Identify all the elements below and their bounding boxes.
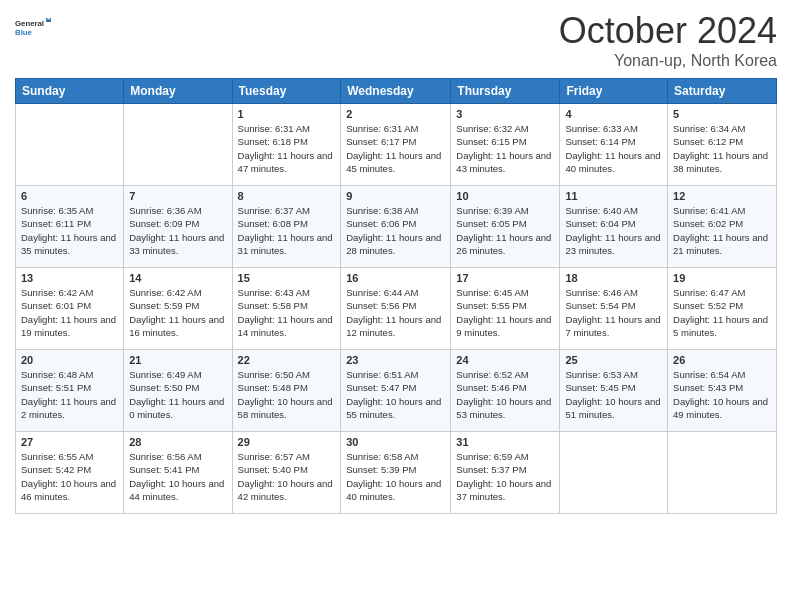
calendar-cell-2-0: 13Sunrise: 6:42 AMSunset: 6:01 PMDayligh…: [16, 268, 124, 350]
day-info: Sunrise: 6:41 AMSunset: 6:02 PMDaylight:…: [673, 204, 771, 257]
calendar-cell-2-5: 18Sunrise: 6:46 AMSunset: 5:54 PMDayligh…: [560, 268, 668, 350]
day-info: Sunrise: 6:44 AMSunset: 5:56 PMDaylight:…: [346, 286, 445, 339]
day-info: Sunrise: 6:53 AMSunset: 5:45 PMDaylight:…: [565, 368, 662, 421]
calendar-cell-4-3: 30Sunrise: 6:58 AMSunset: 5:39 PMDayligh…: [341, 432, 451, 514]
day-number: 27: [21, 436, 118, 448]
day-info: Sunrise: 6:48 AMSunset: 5:51 PMDaylight:…: [21, 368, 118, 421]
day-number: 25: [565, 354, 662, 366]
svg-text:Blue: Blue: [15, 28, 33, 37]
calendar-cell-1-4: 10Sunrise: 6:39 AMSunset: 6:05 PMDayligh…: [451, 186, 560, 268]
week-row-4: 27Sunrise: 6:55 AMSunset: 5:42 PMDayligh…: [16, 432, 777, 514]
day-info: Sunrise: 6:54 AMSunset: 5:43 PMDaylight:…: [673, 368, 771, 421]
day-info: Sunrise: 6:37 AMSunset: 6:08 PMDaylight:…: [238, 204, 336, 257]
day-number: 14: [129, 272, 226, 284]
day-info: Sunrise: 6:51 AMSunset: 5:47 PMDaylight:…: [346, 368, 445, 421]
day-number: 20: [21, 354, 118, 366]
calendar-cell-3-2: 22Sunrise: 6:50 AMSunset: 5:48 PMDayligh…: [232, 350, 341, 432]
day-info: Sunrise: 6:47 AMSunset: 5:52 PMDaylight:…: [673, 286, 771, 339]
day-number: 12: [673, 190, 771, 202]
day-info: Sunrise: 6:57 AMSunset: 5:40 PMDaylight:…: [238, 450, 336, 503]
day-number: 21: [129, 354, 226, 366]
day-number: 10: [456, 190, 554, 202]
day-number: 5: [673, 108, 771, 120]
day-info: Sunrise: 6:50 AMSunset: 5:48 PMDaylight:…: [238, 368, 336, 421]
page: General Blue October 2024 Yonan-up, Nort…: [0, 0, 792, 612]
day-info: Sunrise: 6:56 AMSunset: 5:41 PMDaylight:…: [129, 450, 226, 503]
logo-svg: General Blue: [15, 10, 51, 46]
day-info: Sunrise: 6:39 AMSunset: 6:05 PMDaylight:…: [456, 204, 554, 257]
header-wednesday: Wednesday: [341, 79, 451, 104]
header-thursday: Thursday: [451, 79, 560, 104]
week-row-1: 6Sunrise: 6:35 AMSunset: 6:11 PMDaylight…: [16, 186, 777, 268]
day-info: Sunrise: 6:59 AMSunset: 5:37 PMDaylight:…: [456, 450, 554, 503]
calendar-cell-1-1: 7Sunrise: 6:36 AMSunset: 6:09 PMDaylight…: [124, 186, 232, 268]
calendar-cell-0-5: 4Sunrise: 6:33 AMSunset: 6:14 PMDaylight…: [560, 104, 668, 186]
day-number: 23: [346, 354, 445, 366]
week-row-2: 13Sunrise: 6:42 AMSunset: 6:01 PMDayligh…: [16, 268, 777, 350]
calendar-cell-0-6: 5Sunrise: 6:34 AMSunset: 6:12 PMDaylight…: [668, 104, 777, 186]
header-saturday: Saturday: [668, 79, 777, 104]
header: General Blue October 2024 Yonan-up, Nort…: [15, 10, 777, 70]
header-friday: Friday: [560, 79, 668, 104]
calendar-cell-0-2: 1Sunrise: 6:31 AMSunset: 6:18 PMDaylight…: [232, 104, 341, 186]
day-number: 18: [565, 272, 662, 284]
day-info: Sunrise: 6:32 AMSunset: 6:15 PMDaylight:…: [456, 122, 554, 175]
day-number: 19: [673, 272, 771, 284]
day-number: 30: [346, 436, 445, 448]
day-number: 29: [238, 436, 336, 448]
day-info: Sunrise: 6:34 AMSunset: 6:12 PMDaylight:…: [673, 122, 771, 175]
day-number: 8: [238, 190, 336, 202]
calendar-cell-4-4: 31Sunrise: 6:59 AMSunset: 5:37 PMDayligh…: [451, 432, 560, 514]
calendar-cell-2-1: 14Sunrise: 6:42 AMSunset: 5:59 PMDayligh…: [124, 268, 232, 350]
day-info: Sunrise: 6:58 AMSunset: 5:39 PMDaylight:…: [346, 450, 445, 503]
day-number: 22: [238, 354, 336, 366]
day-number: 26: [673, 354, 771, 366]
calendar-cell-1-0: 6Sunrise: 6:35 AMSunset: 6:11 PMDaylight…: [16, 186, 124, 268]
day-number: 16: [346, 272, 445, 284]
title-block: October 2024 Yonan-up, North Korea: [559, 10, 777, 70]
day-info: Sunrise: 6:42 AMSunset: 6:01 PMDaylight:…: [21, 286, 118, 339]
calendar-cell-4-0: 27Sunrise: 6:55 AMSunset: 5:42 PMDayligh…: [16, 432, 124, 514]
calendar-cell-0-3: 2Sunrise: 6:31 AMSunset: 6:17 PMDaylight…: [341, 104, 451, 186]
day-info: Sunrise: 6:36 AMSunset: 6:09 PMDaylight:…: [129, 204, 226, 257]
week-row-0: 1Sunrise: 6:31 AMSunset: 6:18 PMDaylight…: [16, 104, 777, 186]
day-info: Sunrise: 6:43 AMSunset: 5:58 PMDaylight:…: [238, 286, 336, 339]
calendar-cell-1-5: 11Sunrise: 6:40 AMSunset: 6:04 PMDayligh…: [560, 186, 668, 268]
month-title: October 2024: [559, 10, 777, 52]
day-info: Sunrise: 6:31 AMSunset: 6:17 PMDaylight:…: [346, 122, 445, 175]
calendar-cell-4-5: [560, 432, 668, 514]
day-info: Sunrise: 6:55 AMSunset: 5:42 PMDaylight:…: [21, 450, 118, 503]
header-tuesday: Tuesday: [232, 79, 341, 104]
calendar-cell-3-1: 21Sunrise: 6:49 AMSunset: 5:50 PMDayligh…: [124, 350, 232, 432]
day-info: Sunrise: 6:52 AMSunset: 5:46 PMDaylight:…: [456, 368, 554, 421]
calendar-cell-1-6: 12Sunrise: 6:41 AMSunset: 6:02 PMDayligh…: [668, 186, 777, 268]
day-info: Sunrise: 6:42 AMSunset: 5:59 PMDaylight:…: [129, 286, 226, 339]
day-number: 9: [346, 190, 445, 202]
calendar-cell-4-6: [668, 432, 777, 514]
location: Yonan-up, North Korea: [559, 52, 777, 70]
day-info: Sunrise: 6:33 AMSunset: 6:14 PMDaylight:…: [565, 122, 662, 175]
calendar-cell-3-6: 26Sunrise: 6:54 AMSunset: 5:43 PMDayligh…: [668, 350, 777, 432]
calendar-cell-3-5: 25Sunrise: 6:53 AMSunset: 5:45 PMDayligh…: [560, 350, 668, 432]
calendar-cell-3-4: 24Sunrise: 6:52 AMSunset: 5:46 PMDayligh…: [451, 350, 560, 432]
day-number: 4: [565, 108, 662, 120]
day-info: Sunrise: 6:35 AMSunset: 6:11 PMDaylight:…: [21, 204, 118, 257]
calendar-cell-2-2: 15Sunrise: 6:43 AMSunset: 5:58 PMDayligh…: [232, 268, 341, 350]
day-number: 17: [456, 272, 554, 284]
day-info: Sunrise: 6:38 AMSunset: 6:06 PMDaylight:…: [346, 204, 445, 257]
day-number: 13: [21, 272, 118, 284]
calendar-cell-0-1: [124, 104, 232, 186]
calendar-cell-2-4: 17Sunrise: 6:45 AMSunset: 5:55 PMDayligh…: [451, 268, 560, 350]
calendar-cell-3-3: 23Sunrise: 6:51 AMSunset: 5:47 PMDayligh…: [341, 350, 451, 432]
calendar-cell-2-6: 19Sunrise: 6:47 AMSunset: 5:52 PMDayligh…: [668, 268, 777, 350]
week-row-3: 20Sunrise: 6:48 AMSunset: 5:51 PMDayligh…: [16, 350, 777, 432]
calendar-cell-1-2: 8Sunrise: 6:37 AMSunset: 6:08 PMDaylight…: [232, 186, 341, 268]
svg-text:General: General: [15, 19, 44, 28]
logo: General Blue: [15, 10, 51, 46]
day-number: 3: [456, 108, 554, 120]
calendar-cell-2-3: 16Sunrise: 6:44 AMSunset: 5:56 PMDayligh…: [341, 268, 451, 350]
calendar-cell-4-1: 28Sunrise: 6:56 AMSunset: 5:41 PMDayligh…: [124, 432, 232, 514]
day-info: Sunrise: 6:45 AMSunset: 5:55 PMDaylight:…: [456, 286, 554, 339]
day-number: 6: [21, 190, 118, 202]
calendar-cell-4-2: 29Sunrise: 6:57 AMSunset: 5:40 PMDayligh…: [232, 432, 341, 514]
